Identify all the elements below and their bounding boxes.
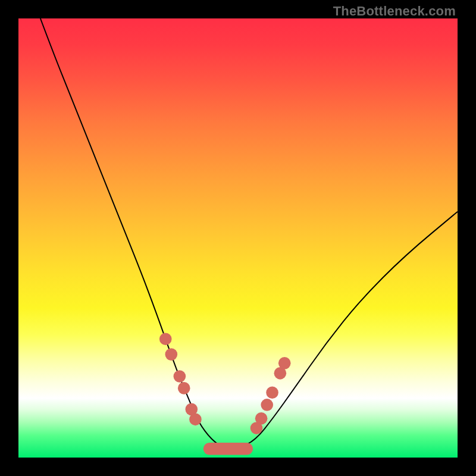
marker-point [255,412,268,425]
bottleneck-curve [40,18,458,449]
marker-point [261,399,273,411]
marker-point [266,386,278,399]
marker-layer [159,333,291,449]
marker-point [159,333,172,345]
watermark-text: TheBottleneck.com [333,4,456,19]
marker-point [174,370,186,383]
marker-point [189,413,202,425]
marker-point [165,348,177,361]
chart-svg [18,18,458,458]
marker-point [278,357,291,369]
plot-area [18,18,458,458]
curve-layer [40,18,458,449]
marker-point [178,382,190,394]
